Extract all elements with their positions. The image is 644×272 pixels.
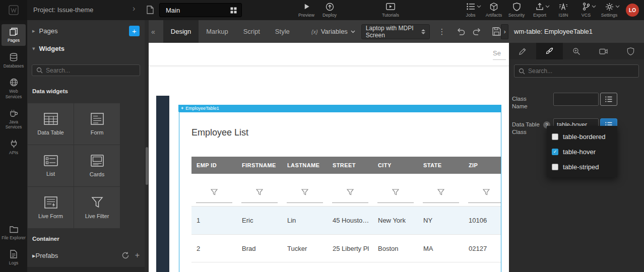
rail-item-databases[interactable]: Databases bbox=[2, 49, 26, 72]
rail-item-apis[interactable]: APIs bbox=[2, 136, 26, 158]
filter-cell[interactable] bbox=[464, 174, 501, 206]
checkbox[interactable]: ✓ bbox=[552, 133, 558, 140]
filter-cell[interactable] bbox=[237, 174, 282, 206]
overflow-menu-icon[interactable]: ⋮ bbox=[438, 27, 445, 36]
filter-funnel-icon[interactable] bbox=[347, 189, 354, 206]
expand-right-panel-handle[interactable]: › bbox=[501, 24, 508, 39]
security-button[interactable]: Security bbox=[504, 2, 529, 18]
column-header-empid[interactable]: EMP ID bbox=[191, 157, 237, 174]
class-name-input[interactable] bbox=[553, 93, 599, 106]
tutorials-button[interactable]: Tutorials bbox=[378, 2, 403, 18]
collapse-left-panel-icon[interactable]: « bbox=[151, 28, 155, 36]
widget-card-data-table[interactable]: Data Table bbox=[28, 103, 74, 145]
app-logo[interactable] bbox=[0, 0, 27, 20]
save-button[interactable] bbox=[492, 27, 501, 36]
rail-item-java-services[interactable]: Java Services bbox=[2, 106, 26, 132]
filter-input[interactable] bbox=[332, 202, 368, 203]
filter-funnel-icon[interactable] bbox=[392, 189, 399, 206]
page-search-input[interactable]: Se bbox=[493, 49, 506, 60]
design-canvas[interactable]: Se + EmployeeTable1 Employee List EMP ID… bbox=[149, 43, 509, 272]
table-row[interactable]: 2 Brad Tucker 25 Liberty Pl Boston MA 02… bbox=[191, 234, 501, 262]
tab-inspect[interactable] bbox=[563, 43, 590, 59]
tab-design[interactable]: Design bbox=[163, 20, 199, 43]
tab-styles[interactable] bbox=[536, 43, 563, 59]
app-body: Pages Databases Web Services Java Servic… bbox=[0, 20, 644, 272]
filter-cell[interactable] bbox=[282, 174, 328, 206]
right-panel: wm-table: EmployeeTable1 Class Name bbox=[509, 20, 644, 272]
page-grid-icon[interactable] bbox=[230, 7, 237, 14]
export-menu[interactable]: Export bbox=[528, 2, 552, 18]
filter-cell[interactable] bbox=[418, 174, 464, 206]
user-avatar[interactable]: LO bbox=[626, 4, 639, 17]
deploy-button[interactable]: Deploy bbox=[317, 2, 342, 18]
scrollbar-thumb[interactable] bbox=[146, 147, 148, 185]
widget-card-live-filter[interactable]: Live Filter bbox=[74, 187, 120, 228]
widget-card-form[interactable]: Form bbox=[74, 103, 120, 145]
i18n-button[interactable]: I18N bbox=[551, 2, 575, 18]
widget-card-list[interactable]: List bbox=[28, 145, 74, 186]
rail-item-logs[interactable]: Logs bbox=[2, 246, 26, 268]
preview-button[interactable]: Preview bbox=[294, 2, 318, 18]
variables-button[interactable]: {x} Variables bbox=[311, 28, 355, 35]
filter-input[interactable] bbox=[196, 202, 232, 203]
filter-funnel-icon[interactable] bbox=[301, 189, 308, 206]
undo-button[interactable] bbox=[457, 28, 466, 35]
class-name-picker-button[interactable] bbox=[600, 93, 617, 106]
property-search-input[interactable] bbox=[528, 67, 634, 75]
tab-security[interactable] bbox=[617, 43, 644, 59]
redo-button[interactable] bbox=[472, 28, 481, 35]
filter-input[interactable] bbox=[241, 202, 278, 203]
checkbox[interactable]: ✓ bbox=[552, 164, 558, 170]
column-header-city[interactable]: CITY bbox=[373, 157, 418, 174]
rail-item-pages[interactable]: Pages bbox=[2, 24, 26, 46]
page-left-nav[interactable] bbox=[156, 96, 169, 272]
rail-item-web-services[interactable]: Web Services bbox=[2, 75, 26, 102]
filter-input[interactable] bbox=[468, 202, 501, 203]
refresh-icon[interactable] bbox=[122, 252, 129, 259]
widget-card-cards[interactable]: Cards bbox=[74, 145, 120, 186]
option-table-striped[interactable]: ✓ table-striped bbox=[547, 159, 617, 174]
checkbox[interactable]: ✓ bbox=[552, 149, 558, 155]
filter-input[interactable] bbox=[377, 202, 414, 203]
filter-funnel-icon[interactable] bbox=[437, 189, 444, 206]
artifacts-button[interactable]: Artifacts bbox=[482, 2, 506, 18]
tab-markup-edit[interactable] bbox=[509, 43, 536, 59]
tab-script[interactable]: Script bbox=[236, 20, 268, 43]
column-header-street[interactable]: STREET bbox=[328, 157, 373, 174]
filter-cell[interactable] bbox=[373, 174, 418, 206]
settings-menu[interactable]: Settings bbox=[597, 2, 621, 18]
page-selector[interactable]: Main bbox=[159, 3, 242, 17]
column-header-state[interactable]: STATE bbox=[418, 157, 464, 174]
filter-cell[interactable] bbox=[328, 174, 373, 206]
option-table-bordered[interactable]: ✓ table-bordered bbox=[547, 129, 617, 144]
jobs-menu[interactable]: Jobs bbox=[459, 2, 483, 18]
widget-selection-bar[interactable]: + EmployeeTable1 bbox=[178, 105, 501, 112]
widget-card-live-form[interactable]: Live Form bbox=[28, 187, 74, 228]
column-header-zip[interactable]: ZIP bbox=[464, 157, 501, 174]
tab-markup[interactable]: Markup bbox=[199, 20, 235, 43]
option-table-hover[interactable]: ✓ table-hover bbox=[547, 144, 617, 159]
filter-funnel-icon[interactable] bbox=[211, 189, 218, 206]
column-header-lastname[interactable]: LASTNAME bbox=[282, 157, 328, 174]
rail-item-file-explorer[interactable]: File Explorer bbox=[2, 222, 26, 243]
canvas-toolbar: « Design Markup Script Style {x} Variabl… bbox=[149, 20, 509, 43]
filter-input[interactable] bbox=[287, 202, 323, 203]
filter-input[interactable] bbox=[423, 202, 459, 203]
device-selector[interactable]: Laptop with MDPI Screen bbox=[361, 24, 430, 39]
widget-search-input[interactable] bbox=[46, 67, 136, 74]
add-page-button[interactable]: + bbox=[129, 26, 140, 36]
tab-style[interactable]: Style bbox=[268, 20, 297, 43]
widgets-section-header[interactable]: ▾ Widgets bbox=[27, 41, 145, 55]
filter-funnel-icon[interactable] bbox=[256, 189, 263, 206]
tab-media[interactable] bbox=[590, 43, 617, 59]
panel-scrollbar[interactable] bbox=[145, 20, 149, 272]
filter-cell[interactable] bbox=[191, 174, 237, 206]
pages-section-header[interactable]: ▸ Pages + bbox=[27, 20, 145, 41]
employee-table-widget[interactable]: Employee List EMP ID FIRSTNAME LASTNAME … bbox=[179, 112, 501, 272]
filter-funnel-icon[interactable] bbox=[483, 189, 490, 206]
table-row[interactable]: 1 Eric Lin 45 Housto… New York NY 10106 bbox=[191, 206, 501, 234]
prefabs-section-header[interactable]: ▸ Prefabs + bbox=[27, 248, 145, 263]
column-header-firstname[interactable]: FIRSTNAME bbox=[237, 157, 282, 174]
vcs-menu[interactable]: VCS bbox=[574, 2, 598, 18]
add-prefab-icon[interactable]: + bbox=[135, 251, 140, 259]
